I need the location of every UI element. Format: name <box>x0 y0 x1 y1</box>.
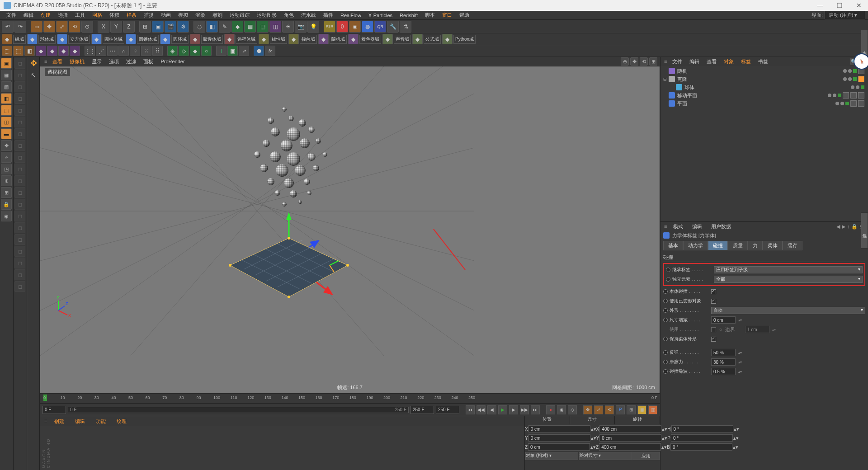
add-environment-button[interactable]: ☀ <box>282 21 294 33</box>
vp-icon[interactable]: ✥ <box>630 57 638 66</box>
coord-rot-input[interactable] <box>671 434 733 442</box>
tweak-mode-button[interactable]: ⟐ <box>1 152 12 163</box>
object-name[interactable]: 克隆 <box>676 76 688 83</box>
tool-d-icon[interactable]: ⚗ <box>400 21 411 33</box>
object-tag-icon[interactable] <box>858 100 864 107</box>
attr-anim-dot[interactable] <box>663 369 668 374</box>
dots-icon[interactable]: ⁘ <box>130 46 140 56</box>
attr-menu-mode[interactable]: 模式 <box>669 222 688 231</box>
tree-toggle-icon[interactable]: ⊟ <box>663 77 667 81</box>
field-icon[interactable]: ◆ <box>382 34 393 44</box>
redo-button[interactable]: ↷ <box>14 21 26 33</box>
attr-anim-dot[interactable] <box>663 308 668 313</box>
object-name[interactable]: 随机 <box>676 68 688 75</box>
side-tab-attr[interactable]: 属性 <box>861 212 868 249</box>
tool-icon[interactable]: ◻ <box>14 152 25 163</box>
attr-menu-edit[interactable]: 编辑 <box>688 222 707 231</box>
vp-icon[interactable]: ⊕ <box>621 57 629 66</box>
field-icon[interactable]: ◆ <box>318 34 329 44</box>
add-generator-button[interactable]: ◆ <box>231 21 243 33</box>
material-tab[interactable]: 纹理 <box>111 417 132 425</box>
visibility-dot[interactable] <box>828 94 831 97</box>
tool-b-icon[interactable]: ◍ <box>362 21 373 33</box>
tool-icon[interactable]: ◻ <box>14 211 25 221</box>
texture-mode-button[interactable]: ▨ <box>1 81 12 92</box>
axis-z-button[interactable]: Z <box>123 21 135 33</box>
field-group[interactable]: ◆Python域 <box>442 34 476 44</box>
render-settings-button[interactable]: ⚙ <box>177 21 189 33</box>
menu-item[interactable]: RealFlow <box>337 12 365 19</box>
object-tag-icon[interactable] <box>858 76 864 82</box>
tool-icon[interactable]: ◻ <box>14 187 25 198</box>
obj-menu-item[interactable]: 文件 <box>669 57 686 66</box>
object-tag-icon[interactable] <box>850 92 857 99</box>
add-subdivision-button[interactable]: ▦ <box>244 21 256 33</box>
volume-icon[interactable]: ○ <box>201 46 212 56</box>
snap-grid-button[interactable]: ⊞ <box>1 187 12 198</box>
polygon-mode-button[interactable]: ▬ <box>1 128 12 139</box>
attr-tab[interactable]: 质量 <box>728 241 748 250</box>
field-icon[interactable]: ◆ <box>27 34 38 44</box>
use-checkbox[interactable] <box>711 327 716 332</box>
tool-icon[interactable]: ◻ <box>14 246 25 257</box>
volume-builder-icon[interactable]: ▣ <box>227 46 238 56</box>
tool-icon[interactable]: ◻ <box>14 140 25 151</box>
bounce-input[interactable] <box>711 349 736 356</box>
snap-button[interactable]: ⊕ <box>1 175 12 186</box>
field-group[interactable]: ◆球体域 <box>27 34 56 44</box>
field-group[interactable]: ◆胶囊体域 <box>190 34 223 44</box>
key-scale-button[interactable]: ⤢ <box>594 405 603 414</box>
key-param-button[interactable]: P <box>616 405 625 414</box>
model-mode-button[interactable]: ▦ <box>1 70 12 80</box>
object-name[interactable]: 移动平面 <box>676 92 698 99</box>
volume-icon[interactable]: ◆ <box>190 46 200 56</box>
volume-icon[interactable]: ◇ <box>179 46 189 56</box>
tool-icon[interactable]: ◻ <box>14 281 25 292</box>
minimize-button[interactable]: — <box>814 2 826 9</box>
coord-pos-input[interactable] <box>528 425 590 432</box>
field-icon[interactable]: ◆ <box>126 34 136 44</box>
mograph-icon[interactable]: ⬚ <box>2 46 12 56</box>
menu-item[interactable]: 渲染 <box>192 11 209 19</box>
timeline-ruler[interactable]: 0 F 010203040506070809010011012013014015… <box>40 393 660 403</box>
object-tag-icon[interactable] <box>850 100 857 107</box>
attr-lock-icon[interactable]: 🔒 <box>851 224 858 230</box>
add-deformer-button[interactable]: ◫ <box>269 21 281 33</box>
add-spline-button[interactable]: ✎ <box>219 21 231 33</box>
viewport-solo-button[interactable]: ◉ <box>1 211 12 221</box>
keep-soft-checkbox[interactable] <box>711 337 716 342</box>
field-group[interactable]: ◆圆锥体域 <box>126 34 159 44</box>
next-frame-button[interactable]: ▶ <box>509 405 518 414</box>
mograph-icon[interactable]: ⬚ <box>13 46 24 56</box>
coord-system-button[interactable]: ⊞ <box>139 21 151 33</box>
menu-item[interactable]: 网格 <box>89 11 106 19</box>
tool-icon[interactable]: ◻ <box>14 58 25 69</box>
close-button[interactable]: ✕ <box>854 2 864 9</box>
attr-anim-dot[interactable] <box>663 299 668 303</box>
render-dot[interactable] <box>840 102 844 105</box>
visibility-dot[interactable] <box>851 85 854 89</box>
menu-item[interactable]: 捕捉 <box>140 11 157 19</box>
attr-tab[interactable]: 力 <box>748 241 763 250</box>
friction-input[interactable] <box>711 358 736 366</box>
object-tag-icon[interactable] <box>843 92 849 99</box>
object-name[interactable]: 球体 <box>684 84 695 91</box>
tool-icon[interactable]: ◻ <box>14 164 25 174</box>
viewport-menu-item[interactable]: 选项 <box>105 57 123 66</box>
menu-item[interactable]: 运动跟踪 <box>226 11 253 19</box>
rotate-tool[interactable]: ⟲ <box>69 21 80 33</box>
layout-selector[interactable]: 启动 (用户) ▾ <box>825 11 865 19</box>
menu-item[interactable]: 创建 <box>37 11 54 19</box>
point-mode-button[interactable]: ⬚ <box>1 105 12 116</box>
keyframe-button[interactable]: ◇ <box>568 405 577 414</box>
menu-item[interactable]: 角色 <box>280 11 297 19</box>
prev-key-button[interactable]: ◀◀ <box>476 405 486 414</box>
scale-tool[interactable]: ⤢ <box>56 21 68 33</box>
attr-tab[interactable]: 碰撞 <box>708 241 728 250</box>
attr-nav-up-icon[interactable]: ↑ <box>847 224 850 230</box>
tool-icon[interactable]: ◻ <box>14 93 25 104</box>
fx-icon[interactable]: fx <box>265 46 275 56</box>
tool-a-icon[interactable]: ◉ <box>349 21 361 33</box>
field-icon[interactable]: ◆ <box>160 34 170 44</box>
viewport-menu-item[interactable]: ProRender <box>157 58 188 65</box>
